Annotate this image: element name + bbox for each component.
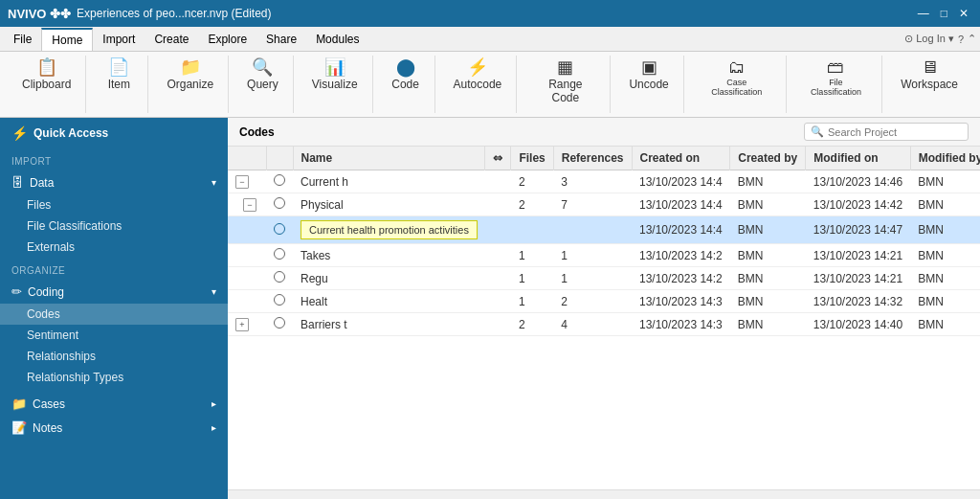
files-cell: 2 bbox=[511, 193, 553, 216]
visualize-button[interactable]: 📊 Visualize bbox=[305, 56, 365, 94]
modified-on-cell: 13/10/2023 14:46 bbox=[806, 170, 910, 193]
tab-explore[interactable]: Explore bbox=[198, 29, 256, 50]
autocode-button[interactable]: ⚡ Autocode bbox=[447, 56, 509, 94]
organize-button[interactable]: 📁 Organize bbox=[160, 56, 220, 94]
radio-cell bbox=[266, 193, 293, 216]
row-radio bbox=[274, 248, 285, 260]
uncode-button[interactable]: ▣ Uncode bbox=[622, 56, 675, 94]
window-controls[interactable]: — □ ✕ bbox=[914, 7, 972, 20]
col-modified-on[interactable]: Modified on bbox=[806, 147, 910, 170]
ribbon-group-file-classification: 🗃 File Classification bbox=[791, 56, 883, 113]
col-references[interactable]: References bbox=[553, 147, 632, 170]
table-row[interactable]: Regu 1 1 13/10/2023 14:2 BMN 13/10/2023 … bbox=[228, 267, 980, 290]
sidebar-item-relationships[interactable]: Relationships bbox=[0, 346, 228, 367]
expand-icon[interactable]: − bbox=[243, 198, 256, 212]
sidebar-item-relationship-types[interactable]: Relationship Types bbox=[0, 367, 228, 388]
radio-cell bbox=[266, 170, 293, 193]
created-by-cell: BMN bbox=[730, 216, 806, 244]
references-cell: 4 bbox=[553, 313, 632, 336]
table-row[interactable]: − Current h 2 3 13/10/2023 14:4 BMN 13/1… bbox=[228, 170, 980, 193]
modified-on-cell: 13/10/2023 14:21 bbox=[806, 267, 910, 290]
table-row[interactable]: Current health promotion activities 13/1… bbox=[228, 216, 980, 244]
expand-cell bbox=[228, 244, 266, 267]
row-radio bbox=[274, 317, 285, 329]
sidebar-item-coding[interactable]: ✏ Coding ▾ bbox=[0, 280, 228, 304]
sidebar-item-externals[interactable]: Externals bbox=[0, 237, 228, 258]
main-layout: ⚡ Quick Access IMPORT 🗄 Data ▾ Files Fil… bbox=[0, 118, 980, 499]
query-button[interactable]: 🔍 Query bbox=[240, 56, 285, 94]
expand-icon[interactable]: − bbox=[235, 175, 249, 189]
ribbon-right-controls: ⊙ Log In ▾ ? ⌃ bbox=[904, 33, 976, 45]
case-classification-button[interactable]: 🗂 Case Classification bbox=[696, 56, 778, 100]
created-by-cell: BMN bbox=[730, 170, 806, 193]
created-on-cell: 13/10/2023 14:4 bbox=[632, 216, 730, 244]
col-modified-by[interactable]: Modified by bbox=[910, 147, 980, 170]
references-cell: 2 bbox=[553, 290, 632, 313]
sidebar-item-codes[interactable]: Codes bbox=[0, 304, 228, 325]
search-input[interactable] bbox=[828, 126, 962, 138]
tab-create[interactable]: Create bbox=[145, 29, 198, 50]
table-row[interactable]: Takes 1 1 13/10/2023 14:2 BMN 13/10/2023… bbox=[228, 244, 980, 267]
file-classification-button[interactable]: 🗃 File Classification bbox=[798, 56, 875, 100]
ribbon-group-item: 📄 Item bbox=[90, 56, 148, 113]
col-created-on[interactable]: Created on bbox=[632, 147, 730, 170]
tab-home[interactable]: Home bbox=[41, 28, 93, 51]
code-button[interactable]: ⬤ Code bbox=[385, 56, 427, 94]
created-on-cell: 13/10/2023 14:3 bbox=[632, 290, 730, 313]
tab-modules[interactable]: Modules bbox=[306, 29, 368, 50]
minimize-button[interactable]: — bbox=[914, 7, 933, 20]
col-name[interactable]: Name bbox=[293, 147, 485, 170]
expand-icon[interactable]: + bbox=[235, 318, 249, 331]
expand-cell[interactable]: − bbox=[228, 170, 266, 193]
ribbon-help-button[interactable]: ? bbox=[958, 34, 964, 45]
created-by-cell: BMN bbox=[730, 267, 806, 290]
link-cell bbox=[485, 170, 511, 193]
col-radio bbox=[266, 147, 293, 170]
horizontal-scrollbar[interactable] bbox=[228, 489, 980, 499]
coding-icon: ✏ bbox=[11, 284, 22, 299]
sidebar-data-label: Data bbox=[30, 176, 54, 190]
col-files[interactable]: Files bbox=[511, 147, 553, 170]
visualize-icon: 📊 bbox=[324, 58, 345, 76]
uncode-icon: ▣ bbox=[641, 58, 657, 76]
modified-by-cell: BMN bbox=[910, 267, 980, 290]
ribbon-tab-bar: File Home Import Create Explore Share Mo… bbox=[0, 27, 980, 52]
sidebar-item-cases[interactable]: 📁 Cases ▸ bbox=[0, 392, 228, 416]
created-on-cell: 13/10/2023 14:3 bbox=[632, 313, 730, 336]
modified-by-cell: BMN bbox=[910, 313, 980, 336]
search-icon: 🔍 bbox=[811, 125, 824, 138]
sidebar-item-file-classifications[interactable]: File Classifications bbox=[0, 215, 228, 237]
sidebar-item-data[interactable]: 🗄 Data ▾ bbox=[0, 170, 228, 194]
table-row[interactable]: Healt 1 2 13/10/2023 14:3 BMN 13/10/2023… bbox=[228, 290, 980, 313]
close-button[interactable]: ✕ bbox=[955, 7, 972, 20]
tab-import[interactable]: Import bbox=[93, 29, 145, 50]
workspace-button[interactable]: 🖥 Workspace bbox=[894, 56, 965, 94]
table-row[interactable]: − Physical 2 7 13/10/2023 14:4 BMN 13/10… bbox=[228, 193, 980, 216]
table-row[interactable]: + Barriers t 2 4 13/10/2023 14:3 BMN 13/… bbox=[228, 313, 980, 336]
range-code-button[interactable]: ▦ Range Code bbox=[528, 56, 602, 107]
section-header-organize: ORGANIZE bbox=[0, 258, 228, 280]
sidebar-notes-label: Notes bbox=[33, 421, 62, 435]
sidebar-item-sentiment[interactable]: Sentiment bbox=[0, 325, 228, 346]
col-created-by[interactable]: Created by bbox=[730, 147, 806, 170]
sidebar-coding-label: Coding bbox=[28, 285, 64, 299]
radio-cell bbox=[266, 244, 293, 267]
item-button[interactable]: 📄 Item bbox=[98, 56, 140, 94]
codes-table-container: Name ⇔ Files References Created on Creat… bbox=[228, 147, 980, 489]
tab-file[interactable]: File bbox=[4, 29, 41, 50]
radio-cell bbox=[266, 267, 293, 290]
quick-access[interactable]: ⚡ Quick Access bbox=[0, 118, 228, 148]
references-cell: 1 bbox=[553, 244, 632, 267]
tab-share[interactable]: Share bbox=[256, 29, 306, 50]
clipboard-button[interactable]: 📋 Clipboard bbox=[15, 56, 78, 94]
sidebar-item-files[interactable]: Files bbox=[0, 194, 228, 215]
query-icon: 🔍 bbox=[252, 58, 273, 76]
link-cell bbox=[485, 244, 511, 267]
ribbon: File Home Import Create Explore Share Mo… bbox=[0, 27, 980, 118]
ribbon-collapse-button[interactable]: ⌃ bbox=[968, 33, 976, 45]
search-box[interactable]: 🔍 bbox=[804, 123, 969, 141]
sidebar-item-notes[interactable]: 📝 Notes ▸ bbox=[0, 416, 228, 440]
modified-by-cell: BMN bbox=[910, 290, 980, 313]
log-in-button[interactable]: ⊙ Log In ▾ bbox=[904, 33, 954, 45]
maximize-button[interactable]: □ bbox=[937, 7, 951, 20]
